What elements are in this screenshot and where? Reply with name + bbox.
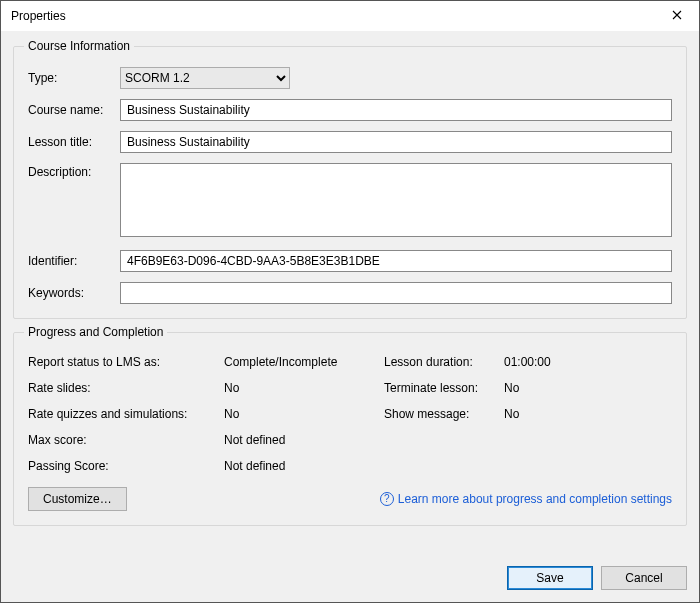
progress-completion-group: Progress and Completion Report status to… <box>13 325 687 526</box>
lesson-title-input[interactable] <box>120 131 672 153</box>
customize-button[interactable]: Customize… <box>28 487 127 511</box>
lesson-duration-value: 01:00:00 <box>504 355 672 369</box>
rate-quizzes-label: Rate quizzes and simulations: <box>28 407 224 421</box>
max-score-label: Max score: <box>28 433 224 447</box>
lesson-title-label: Lesson title: <box>28 135 120 149</box>
description-label: Description: <box>28 163 120 179</box>
rate-quizzes-value: No <box>224 407 384 421</box>
report-status-value: Complete/Incomplete <box>224 355 384 369</box>
save-button[interactable]: Save <box>507 566 593 590</box>
learn-more-text: Learn more about progress and completion… <box>398 492 672 506</box>
rate-slides-value: No <box>224 381 384 395</box>
progress-completion-legend: Progress and Completion <box>24 325 167 339</box>
report-status-label: Report status to LMS as: <box>28 355 224 369</box>
course-name-label: Course name: <box>28 103 120 117</box>
description-textarea[interactable] <box>120 163 672 237</box>
rate-slides-label: Rate slides: <box>28 381 224 395</box>
passing-score-value: Not defined <box>224 459 384 473</box>
course-information-group: Course Information Type: SCORM 1.2 Cours… <box>13 39 687 319</box>
keywords-input[interactable] <box>120 282 672 304</box>
course-information-legend: Course Information <box>24 39 134 53</box>
show-message-value: No <box>504 407 672 421</box>
dialog-body: Course Information Type: SCORM 1.2 Cours… <box>1 31 699 602</box>
type-label: Type: <box>28 71 120 85</box>
identifier-label: Identifier: <box>28 254 120 268</box>
course-name-input[interactable] <box>120 99 672 121</box>
titlebar: Properties <box>1 1 699 31</box>
close-button[interactable] <box>655 1 699 31</box>
lesson-duration-label: Lesson duration: <box>384 355 504 369</box>
passing-score-label: Passing Score: <box>28 459 224 473</box>
show-message-label: Show message: <box>384 407 504 421</box>
cancel-button[interactable]: Cancel <box>601 566 687 590</box>
terminate-lesson-value: No <box>504 381 672 395</box>
close-icon <box>672 9 682 23</box>
type-select[interactable]: SCORM 1.2 <box>120 67 290 89</box>
keywords-label: Keywords: <box>28 286 120 300</box>
identifier-input[interactable] <box>120 250 672 272</box>
learn-more-link[interactable]: ? Learn more about progress and completi… <box>380 492 672 506</box>
max-score-value: Not defined <box>224 433 384 447</box>
help-icon: ? <box>380 492 394 506</box>
window-title: Properties <box>11 9 66 23</box>
terminate-lesson-label: Terminate lesson: <box>384 381 504 395</box>
dialog-footer: Save Cancel <box>13 552 687 590</box>
